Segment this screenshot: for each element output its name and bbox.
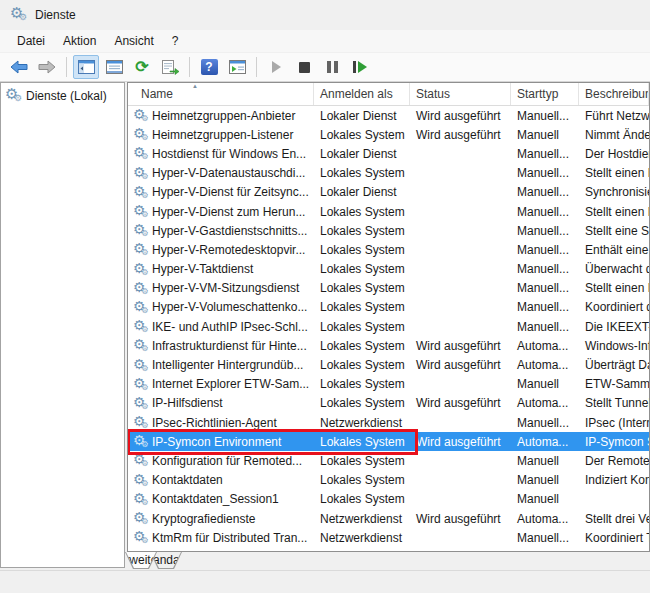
service-description: Stellt eine Sch...	[579, 224, 649, 238]
action-pane-icon	[229, 60, 246, 74]
service-starttype: Manuell...	[511, 320, 579, 334]
service-name: Hyper-V-Dienst zum Herun...	[152, 205, 305, 219]
service-description: Stellt einen M...	[579, 281, 649, 295]
export-list-button[interactable]	[157, 55, 183, 79]
table-row[interactable]: ⚙⚙ Kontaktdaten_Session1 Lokales System …	[128, 490, 649, 509]
stop-service-button[interactable]	[291, 55, 317, 79]
table-row[interactable]: ⚙⚙ IP-Hilfsdienst Lokales System Wird au…	[128, 394, 649, 413]
back-icon	[10, 60, 28, 74]
table-row[interactable]: ⚙⚙ Hyper-V-VM-Sitzungsdienst Lokales Sys…	[128, 279, 649, 298]
column-header-status[interactable]: Status	[410, 83, 511, 105]
table-row[interactable]: ⚙⚙ Hyper-V-Dienst zum Herun... Lokales S…	[128, 202, 649, 221]
table-row[interactable]: ⚙⚙ Kryptografiedienste Netzwerkdienst Wi…	[128, 509, 649, 528]
refresh-icon: ⟳	[135, 59, 148, 75]
service-name: Hyper-V-Datenaustauschdi...	[152, 166, 305, 180]
column-header-starttyp[interactable]: Starttyp	[511, 83, 579, 105]
tab-erweitert[interactable]: Erweitert	[125, 552, 157, 569]
forward-button[interactable]	[34, 55, 60, 79]
service-description: Indiziert Kont...	[579, 473, 649, 487]
service-icon: ⚙⚙	[133, 243, 148, 257]
column-header-name[interactable]: Name	[128, 83, 314, 105]
service-starttype: Manuell	[511, 377, 579, 391]
pause-service-button[interactable]	[319, 55, 345, 79]
service-name: KtmRm für Distributed Tran...	[152, 531, 307, 545]
show-console-tree-button[interactable]	[73, 55, 99, 79]
table-row[interactable]: ⚙⚙ Hyper-V-Taktdienst Lokales System Man…	[128, 260, 649, 279]
service-icon: ⚙⚙	[133, 397, 148, 411]
back-button[interactable]	[6, 55, 32, 79]
service-starttype: Automa...	[511, 396, 579, 410]
service-name: IPsec-Richtlinien-Agent	[152, 416, 277, 430]
service-status: Wird ausgeführt	[410, 128, 511, 142]
action-pane-button[interactable]	[224, 55, 250, 79]
help-button[interactable]: ?	[196, 55, 222, 79]
service-icon: ⚙⚙	[133, 128, 148, 142]
menu-aktion[interactable]: Aktion	[54, 31, 105, 51]
service-starttype: Manuell...	[511, 224, 579, 238]
menu-datei[interactable]: Datei	[8, 31, 54, 51]
service-name: IP-Hilfsdienst	[152, 396, 223, 410]
export-list-icon	[162, 60, 179, 75]
tree-item-dienste-lokal[interactable]: ⚙⚙ Dienste (Lokal)	[1, 83, 124, 104]
service-logon: Lokaler Dienst	[314, 109, 410, 123]
service-starttype: Manuell...	[511, 185, 579, 199]
table-row[interactable]: ⚙⚙ Infrastrukturdienst für Hinte... Loka…	[128, 336, 649, 355]
service-description: Stellt Tunnelk...	[579, 396, 649, 410]
table-row[interactable]: ⚙⚙ IPsec-Richtlinien-Agent Netzwerkdiens…	[128, 413, 649, 432]
table-row[interactable]: ⚙⚙ Kontaktdaten Lokales System Manuell I…	[128, 471, 649, 490]
console-tree-panel: ⚙⚙ Dienste (Lokal)	[0, 82, 125, 568]
table-row[interactable]: ⚙⚙ IKE- und AuthIP IPsec-Schl... Lokales…	[128, 317, 649, 336]
table-row[interactable]: ⚙⚙ KtmRm für Distributed Tran... Netzwer…	[128, 528, 649, 547]
table-row[interactable]: ⚙⚙ Hyper-V-Gastdienstschnitts... Lokales…	[128, 221, 649, 240]
properties-window-icon	[106, 60, 123, 74]
table-row[interactable]: ⚙⚙ Hyper-V-Dienst für Zeitsync... Lokale…	[128, 183, 649, 202]
table-row[interactable]: ⚙⚙ Internet Explorer ETW-Sam... Lokales …	[128, 375, 649, 394]
menu-ansicht[interactable]: Ansicht	[105, 31, 162, 51]
refresh-button[interactable]: ⟳	[129, 55, 155, 79]
table-row[interactable]: ⚙⚙ Hostdienst für Windows En... Lokaler …	[128, 144, 649, 163]
service-logon: Netzwerkdienst	[314, 512, 410, 526]
service-icon: ⚙⚙	[133, 301, 148, 315]
table-row[interactable]: ⚙⚙ Konfiguration für Remoted... Lokales …	[128, 451, 649, 470]
restart-service-icon	[353, 61, 367, 73]
table-row[interactable]: ⚙⚙ Heimnetzgruppen-Anbieter Lokaler Dien…	[128, 106, 649, 125]
menu-help[interactable]: ?	[163, 31, 188, 51]
table-row[interactable]: ⚙⚙ Hyper-V-Remotedesktopvir... Lokales S…	[128, 240, 649, 259]
service-icon: ⚙⚙	[133, 224, 148, 238]
service-name: Hyper-V-VM-Sitzungsdienst	[152, 281, 299, 295]
service-starttype: Manuell...	[511, 109, 579, 123]
service-name: Hyper-V-Gastdienstschnitts...	[152, 224, 307, 238]
service-name: Intelligenter Hintergrundüb...	[152, 358, 303, 372]
service-description: ETW-Sammlu...	[579, 377, 649, 391]
service-description: IP-Symcon S...	[579, 435, 649, 449]
services-node-icon: ⚙⚙	[5, 88, 22, 104]
service-starttype: Automa...	[511, 358, 579, 372]
service-description: IPsec (Interne...	[579, 416, 649, 430]
table-row[interactable]: ⚙⚙ IP-Symcon Environment Lokales System …	[128, 432, 649, 451]
start-service-button[interactable]	[263, 55, 289, 79]
column-header-anmelden-als[interactable]: Anmelden als	[314, 83, 410, 105]
forward-icon	[38, 60, 56, 74]
properties-button[interactable]	[101, 55, 127, 79]
table-row[interactable]: ⚙⚙ Heimnetzgruppen-Listener Lokales Syst…	[128, 125, 649, 144]
statusbar	[0, 570, 650, 593]
service-description: Koordiniert Tr...	[579, 531, 649, 545]
service-starttype: Manuell	[511, 492, 579, 506]
service-name: Kontaktdaten_Session1	[152, 492, 279, 506]
restart-service-button[interactable]	[347, 55, 373, 79]
service-logon: Lokales System	[314, 435, 410, 449]
service-starttype: Automa...	[511, 512, 579, 526]
titlebar: ⚙⚙ Dienste	[0, 0, 650, 30]
toolbar-separator	[256, 57, 257, 77]
service-icon: ⚙⚙	[133, 358, 148, 372]
service-status: Wird ausgeführt	[410, 358, 511, 372]
table-row[interactable]: ⚙⚙ Hyper-V-Volumeschattenko... Lokales S…	[128, 298, 649, 317]
service-logon: Lokaler Dienst	[314, 147, 410, 161]
sort-ascending-icon: ▲	[192, 83, 198, 89]
service-starttype: Automa...	[511, 435, 579, 449]
service-icon: ⚙⚙	[133, 531, 148, 545]
table-row[interactable]: ⚙⚙ Hyper-V-Datenaustauschdi... Lokales S…	[128, 164, 649, 183]
service-icon: ⚙⚙	[133, 109, 148, 123]
column-header-beschreibung[interactable]: Beschreibung	[579, 83, 649, 105]
table-row[interactable]: ⚙⚙ Intelligenter Hintergrundüb... Lokale…	[128, 355, 649, 374]
